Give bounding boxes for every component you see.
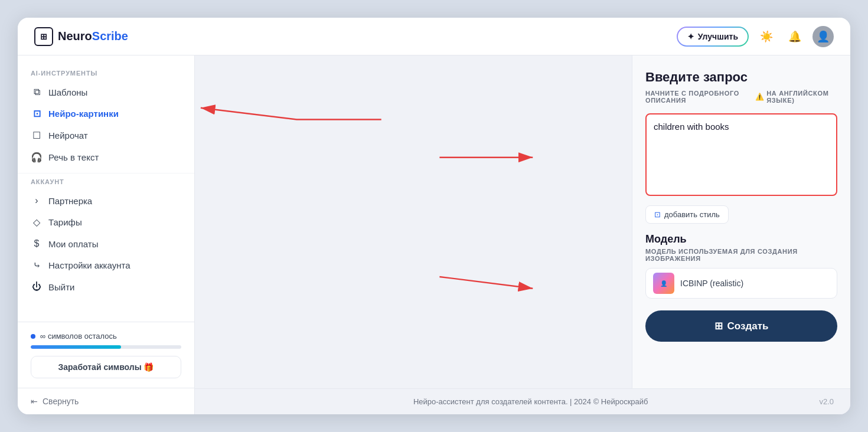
footer-version: v2.0 — [819, 397, 834, 406]
add-style-icon: ⊡ — [654, 210, 661, 219]
sidebar-item-logout[interactable]: ⏻ Выйти — [18, 276, 194, 297]
sidebar-item-label: Речь в текст — [48, 152, 99, 162]
avatar[interactable]: 👤 — [812, 26, 834, 47]
ai-tools-section-label: AI-ИНСТРУМЕНТЫ — [18, 70, 194, 81]
templates-icon: ⧉ — [31, 87, 43, 97]
arrow-overlay — [195, 55, 632, 358]
app-window: ⊞ NeuroScribe ✦ Улучшить ☀️ 🔔 👤 AI-ИНСТР… — [18, 18, 850, 414]
sidebar-item-account-settings[interactable]: ⤷ Настройки аккаунта — [18, 254, 194, 276]
earn-symbols-button[interactable]: Заработай символы 🎁 — [31, 356, 181, 378]
warning-icon: ⚠️ — [755, 93, 765, 101]
symbols-row: ∞ символов осталось — [31, 332, 181, 341]
header: ⊞ NeuroScribe ✦ Улучшить ☀️ 🔔 👤 — [18, 18, 850, 55]
logo: ⊞ NeuroScribe — [34, 27, 128, 46]
sidebar-item-speech-text[interactable]: 🎧 Речь в текст — [18, 146, 194, 168]
panel-subtitle: НАЧНИТЕ С ПОДРОБНОГО ОПИСАНИЯ ⚠️ НА АНГЛ… — [645, 90, 837, 104]
header-right: ✦ Улучшить ☀️ 🔔 👤 — [677, 26, 834, 47]
earn-label: Заработай символы 🎁 — [58, 362, 154, 372]
partner-icon: › — [31, 195, 43, 206]
sidebar-item-label: Мои оплаты — [48, 239, 98, 249]
sidebar-item-tariffs[interactable]: ◇ Тарифы — [18, 211, 194, 233]
logout-icon: ⏻ — [31, 282, 43, 292]
body: AI-ИНСТРУМЕНТЫ ⧉ Шаблоны ⊡ Нейро-картинк… — [18, 55, 850, 414]
sidebar-item-neuro-chat[interactable]: ☐ Нейрочат — [18, 125, 194, 146]
progress-bar-fill — [31, 345, 121, 349]
logo-icon: ⊞ — [34, 27, 53, 46]
right-panel: Введите запрос НАЧНИТЕ С ПОДРОБНОГО ОПИС… — [632, 55, 850, 388]
sidebar-item-label: Нейро-картинки — [48, 109, 119, 119]
sidebar-content: AI-ИНСТРУМЕНТЫ ⧉ Шаблоны ⊡ Нейро-картинк… — [18, 55, 194, 322]
account-settings-icon: ⤷ — [31, 260, 43, 271]
sidebar-item-label: Настройки аккаунта — [48, 260, 130, 270]
create-button[interactable]: ⊞ Создать — [645, 310, 837, 342]
sidebar-item-label: Выйти — [48, 282, 74, 292]
sidebar-item-label: Шаблоны — [48, 87, 87, 97]
panel-title: Введите запрос — [645, 70, 837, 85]
sidebar-bottom: ∞ символов осталось Заработай символы 🎁 — [18, 322, 194, 388]
sidebar-divider — [18, 173, 194, 174]
sidebar-item-templates[interactable]: ⧉ Шаблоны — [18, 81, 194, 103]
model-thumb-inner: 👤 — [653, 273, 674, 294]
collapse-label: Свернуть — [43, 397, 79, 406]
neuro-images-icon: ⊡ — [31, 108, 43, 119]
collapse-icon: ⇤ — [31, 397, 38, 406]
model-thumbnail: 👤 — [653, 273, 674, 294]
account-section-label: АККАУНТ — [18, 178, 194, 190]
main-area: Введите запрос НАЧНИТЕ С ПОДРОБНОГО ОПИС… — [195, 55, 850, 414]
payments-icon: $ — [31, 238, 43, 249]
theme-toggle-button[interactable]: ☀️ — [756, 26, 777, 47]
improve-button[interactable]: ✦ Улучшить — [677, 27, 749, 47]
sidebar-item-label: Партнерка — [48, 196, 92, 206]
symbols-dot — [31, 334, 35, 339]
prompt-textarea[interactable]: children with books — [645, 113, 837, 196]
sidebar-item-label: Нейрочат — [48, 130, 88, 140]
symbols-label: ∞ символов осталось — [40, 332, 117, 341]
sidebar-item-neuro-images[interactable]: ⊡ Нейро-картинки — [18, 103, 194, 125]
progress-bar — [31, 345, 181, 349]
app-footer: Нейро-ассистент для создателей контента.… — [195, 388, 850, 414]
model-name: ICBINP (realistic) — [680, 279, 743, 288]
model-select[interactable]: 👤 ICBINP (realistic) — [645, 268, 837, 299]
improve-icon: ✦ — [687, 32, 694, 41]
center-canvas — [195, 55, 632, 388]
create-icon: ⊞ — [714, 320, 723, 332]
panel-subtitle-lang: НА АНГЛИЙСКОМ ЯЗЫКЕ) — [766, 90, 837, 104]
sidebar-item-partner[interactable]: › Партнерка — [18, 190, 194, 211]
model-label: Модель — [645, 233, 837, 246]
create-label: Создать — [727, 320, 769, 332]
footer-center-text: Нейро-ассистент для создателей контента.… — [242, 397, 819, 406]
sidebar: AI-ИНСТРУМЕНТЫ ⧉ Шаблоны ⊡ Нейро-картинк… — [18, 55, 195, 414]
notifications-button[interactable]: 🔔 — [784, 26, 805, 47]
model-section: Модель МОДЕЛЬ ИСПОЛЬЗУЕМАЯ ДЛЯ СОЗДАНИЯ … — [645, 233, 837, 299]
speech-text-icon: 🎧 — [31, 152, 43, 163]
main-inner: Введите запрос НАЧНИТЕ С ПОДРОБНОГО ОПИС… — [195, 55, 850, 388]
add-style-label: добавить стиль — [664, 210, 720, 219]
collapse-button[interactable]: ⇤ Свернуть — [18, 388, 194, 414]
sidebar-item-label: Тарифы — [48, 217, 82, 227]
model-sublabel: МОДЕЛЬ ИСПОЛЬЗУЕМАЯ ДЛЯ СОЗДАНИЯ ИЗОБРАЖ… — [645, 248, 837, 262]
add-style-button[interactable]: ⊡ добавить стиль — [645, 205, 729, 224]
logo-neuro: NeuroScribe — [58, 30, 128, 43]
improve-label: Улучшить — [698, 32, 738, 41]
sidebar-item-payments[interactable]: $ Мои оплаты — [18, 233, 194, 254]
neuro-chat-icon: ☐ — [31, 130, 43, 141]
panel-subtitle-text: НАЧНИТЕ С ПОДРОБНОГО ОПИСАНИЯ — [645, 90, 750, 104]
tariffs-icon: ◇ — [31, 217, 43, 228]
